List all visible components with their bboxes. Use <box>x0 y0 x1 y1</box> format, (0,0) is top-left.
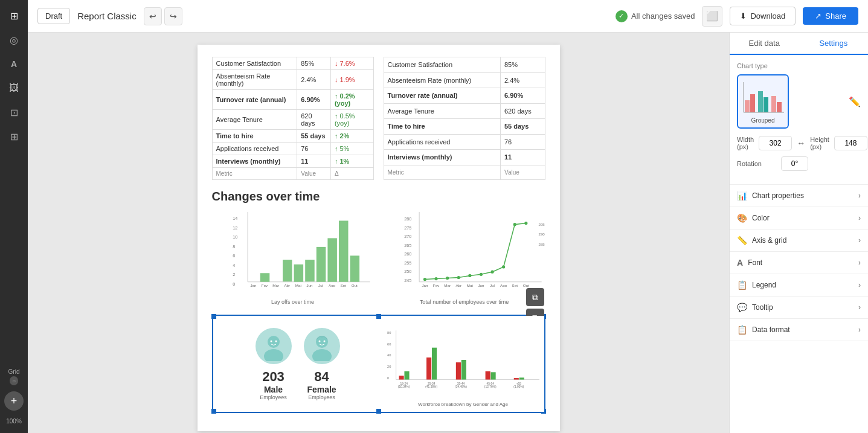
male-count: 203 <box>262 369 285 385</box>
accordion-header-legend[interactable]: 📋 Legend › <box>730 274 868 296</box>
svg-text:Out: Out <box>522 283 529 287</box>
table-row: Metric Value Δ <box>212 168 373 180</box>
tooltip-label: Tooltip <box>752 303 773 312</box>
resize-handle-bl[interactable] <box>211 409 216 414</box>
svg-point-63 <box>268 336 280 348</box>
metric-cell: Average Tenure <box>384 103 500 119</box>
accordion-header-font[interactable]: A Font › <box>730 252 868 274</box>
footer-delta: Δ <box>330 168 373 180</box>
bottom-section: ⧉ ⧉ ⋯ 🗑 <box>212 315 545 413</box>
svg-point-44 <box>468 274 471 277</box>
svg-text:Fev: Fev <box>432 283 439 287</box>
svg-text:8: 8 <box>233 244 235 249</box>
svg-point-64 <box>264 349 283 361</box>
sidebar-icon-location[interactable]: ◎ <box>4 30 24 50</box>
accordion-header-chart-properties[interactable]: 📊 Chart properties › <box>730 185 868 207</box>
delta-cell: ↑ 1% <box>330 155 373 168</box>
undo-button[interactable]: ↩ <box>144 7 162 25</box>
width-label: Width (px) <box>737 136 754 150</box>
grouped-chart-label: Workforce breakdown by Gender and Age <box>387 402 539 407</box>
svg-text:250: 250 <box>404 269 411 274</box>
svg-rect-14 <box>294 265 303 282</box>
view-mode-button[interactable]: ⬜ <box>702 6 722 27</box>
svg-text:0: 0 <box>233 281 235 287</box>
grouped-bar-chart-svg: 80 60 40 20 0 <box>387 321 539 399</box>
topbar: Draft Report Classic ↩ ↪ ✓ All changes s… <box>28 0 868 33</box>
chart-type-label: Chart type <box>737 62 861 69</box>
tab-settings[interactable]: Settings <box>799 33 869 55</box>
sidebar-icon-add[interactable]: + <box>4 391 24 411</box>
svg-rect-18 <box>339 220 349 281</box>
redo-button[interactable]: ↪ <box>164 7 182 25</box>
report-title: Report Classic <box>77 11 137 21</box>
accordion-header-tooltip[interactable]: 💬 Tooltip › <box>730 297 868 318</box>
female-count: 84 <box>314 369 329 385</box>
resize-handle-tc[interactable] <box>376 314 381 319</box>
svg-point-41 <box>434 277 437 280</box>
value-cell: 620 days <box>500 103 545 119</box>
svg-rect-19 <box>350 255 359 281</box>
svg-rect-99 <box>750 94 755 112</box>
chevron-icon-font: › <box>858 258 861 267</box>
value-cell: 55 days <box>500 119 545 135</box>
tab-edit-data[interactable]: Edit data <box>730 33 799 54</box>
resize-handle-tl[interactable] <box>211 314 216 319</box>
metric-cell: Time to hire <box>384 119 500 135</box>
svg-rect-81 <box>431 348 436 380</box>
value-cell: 85% <box>500 57 545 73</box>
table-row: Interviews (monthly) 11 <box>384 150 545 165</box>
metric-cell: Turnover rate (annual) <box>212 90 297 110</box>
value-cell: 620 days <box>297 110 331 130</box>
sidebar-icon-image[interactable]: 🖼 <box>4 79 24 98</box>
value-cell: 76 <box>500 134 545 150</box>
svg-rect-83 <box>461 360 466 380</box>
sidebar-icon-home[interactable]: ⊞ <box>4 6 24 25</box>
svg-text:295: 295 <box>538 222 545 226</box>
accordion-header-data-format[interactable]: 📋 Data format › <box>730 319 868 341</box>
metric-cell: Customer Satisfaction <box>212 57 297 70</box>
sidebar-icon-text[interactable]: A <box>4 54 24 74</box>
chevron-icon-chart: › <box>858 191 861 200</box>
accordion-header-color[interactable]: 🎨 Color › <box>730 207 868 229</box>
svg-rect-100 <box>758 91 763 112</box>
value-cell: 11 <box>297 155 331 168</box>
nav-controls: ↩ ↪ <box>144 7 182 25</box>
width-input[interactable] <box>759 136 792 150</box>
accordion-header-axis[interactable]: 📏 Axis & grid › <box>730 229 868 251</box>
chevron-icon-data-format: › <box>858 326 861 334</box>
chart-edit-icon[interactable]: ✏️ <box>849 96 861 107</box>
grid-toggle[interactable]: ○ <box>10 376 18 385</box>
sidebar-icon-grid[interactable]: Grid ○ <box>4 367 24 386</box>
share-button[interactable]: ↗ Share <box>803 7 858 25</box>
right-metrics-table: Customer Satisfaction 85% Absenteeism Ra… <box>384 57 545 180</box>
draft-button[interactable]: Draft <box>37 8 70 24</box>
svg-text:260: 260 <box>404 251 411 257</box>
grouped-chart-type-card[interactable]: Grouped <box>737 74 789 129</box>
metric-cell: Time to hire <box>212 130 297 143</box>
svg-text:255: 255 <box>404 260 411 266</box>
layers-icon[interactable]: ⧉ <box>526 288 544 306</box>
sidebar-icon-apps[interactable]: ⊞ <box>4 127 24 146</box>
delta-cell: ↓ 1.9% <box>330 70 373 90</box>
chevron-icon-tooltip: › <box>858 303 861 312</box>
employee-demographics: 203 Male Employees <box>213 316 382 412</box>
rotation-input[interactable] <box>781 156 808 171</box>
male-sub: Employees <box>260 394 287 400</box>
share-label: Share <box>825 11 846 21</box>
metric-cell: Customer Satisfaction <box>384 57 500 73</box>
svg-point-40 <box>423 278 426 281</box>
metric-cell: Turnover rate (annual) <box>384 88 500 104</box>
download-label: Download <box>750 11 785 21</box>
changes-saved-indicator: ✓ All changes saved <box>616 10 695 22</box>
value-cell: 2.4% <box>297 70 331 90</box>
value-cell: 11 <box>500 150 545 165</box>
panel-accordion: 📊 Chart properties › 🎨 Color › 📏 <box>730 184 868 341</box>
height-input[interactable] <box>834 136 867 150</box>
svg-text:80: 80 <box>387 331 391 335</box>
download-icon: ⬇ <box>740 11 747 21</box>
metric-cell: Applications received <box>212 143 297 155</box>
sidebar-icon-widget[interactable]: ⊡ <box>4 103 24 122</box>
resize-handle-bc[interactable] <box>376 409 381 414</box>
footer-metric: Metric <box>212 168 297 180</box>
download-button[interactable]: ⬇ Download <box>730 7 796 25</box>
